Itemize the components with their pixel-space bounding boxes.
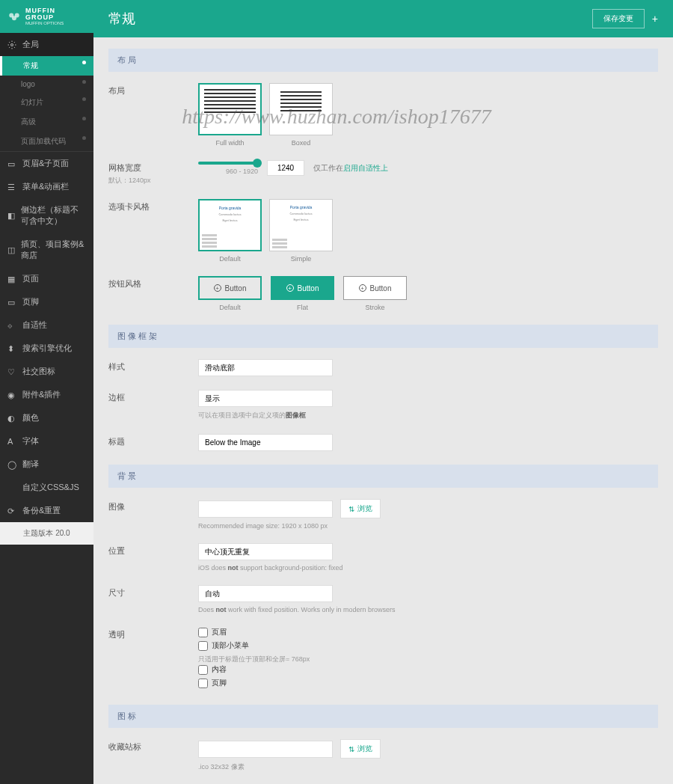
image-label: 图像: [108, 499, 198, 530]
nav-item-1[interactable]: ☰菜单&动画栏: [0, 175, 93, 198]
nav-item-7[interactable]: ⬍搜索引擎优化: [0, 337, 93, 360]
style-input[interactable]: [198, 359, 333, 376]
nav-item-8[interactable]: ♡社交图标: [0, 360, 93, 383]
transparent-topbar-checkbox[interactable]: [198, 641, 208, 651]
nav-icon: ▭: [7, 298, 16, 307]
size-input[interactable]: [198, 585, 333, 602]
nav-icon: ◐: [7, 414, 16, 423]
gear-icon: [7, 40, 16, 49]
brand-main: MUFFIN GROUP: [25, 7, 86, 21]
section-icons: 图 标: [108, 705, 658, 728]
grid-label: 网格宽度: [108, 162, 198, 174]
sidebar: MUFFIN GROUP MUFFIN OPTIONS 全局 常规 logo 幻…: [0, 0, 93, 784]
nav-global[interactable]: 全局: [0, 33, 93, 56]
button-flat-option[interactable]: +Button: [271, 276, 334, 300]
plus-icon: +: [286, 284, 294, 292]
favicon-label: 收藏站标: [108, 739, 198, 772]
nav-icon: ◫: [7, 245, 15, 254]
nav-sub-hooks[interactable]: 页面加载代码: [0, 132, 93, 151]
layout-fullwidth-option[interactable]: [198, 83, 262, 135]
nav-icon: ⟐: [7, 321, 16, 330]
layout-boxed-option[interactable]: [269, 83, 333, 135]
nav-sub-general[interactable]: 常规: [0, 56, 93, 76]
tabs-default-option[interactable]: Porta gravidaCommodo luctusEget lectus: [198, 199, 262, 251]
nav-icon: ◯: [7, 460, 16, 469]
title-label: 标题: [108, 434, 198, 451]
page-header: 常规 保存变更 +: [93, 0, 673, 37]
section-caption: 图 像 框 架: [108, 325, 658, 348]
transparent-label: 透明: [108, 627, 198, 691]
nav-item-9[interactable]: ◉附件&插件: [0, 383, 93, 406]
button-default-option[interactable]: +Button: [198, 276, 262, 300]
nav-item-10[interactable]: ◐颜色: [0, 406, 93, 429]
nav-icon: ☰: [7, 183, 16, 192]
nav-sub-advanced[interactable]: 高级: [0, 112, 93, 132]
image-browse-button[interactable]: ⇅浏览: [340, 499, 381, 518]
grid-range: 960 - 1920: [198, 168, 258, 175]
svg-point-2: [12, 16, 16, 20]
nav-icon: ▦: [7, 275, 16, 284]
nav-icon: ◧: [7, 211, 15, 220]
position-input[interactable]: [198, 543, 333, 560]
tabs-simple-option[interactable]: Porta gravidaCommodo luctusEget lectus: [269, 199, 333, 251]
brand-sub: MUFFIN OPTIONS: [25, 21, 86, 25]
nav-item-2[interactable]: ◧侧边栏（标题不可含中文）: [0, 198, 93, 233]
nav-icon: ◉: [7, 391, 16, 399]
nav-sub-logo[interactable]: logo: [0, 76, 93, 93]
nav-icon: ⬍: [7, 344, 16, 353]
nav-sub-slider[interactable]: 幻灯片: [0, 93, 93, 112]
grid-value-input[interactable]: [267, 160, 304, 176]
section-layout: 布 局: [108, 49, 658, 72]
plus-icon: +: [214, 284, 221, 292]
svg-point-3: [11, 43, 13, 46]
nav-item-5[interactable]: ▭页脚: [0, 290, 93, 313]
brand-logo: MUFFIN GROUP MUFFIN OPTIONS: [0, 0, 93, 33]
nav-item-0[interactable]: ▭页眉&子页面: [0, 152, 93, 175]
plus-icon: +: [359, 284, 366, 292]
nav-global-label: 全局: [22, 39, 39, 50]
nav-icon: ▭: [7, 159, 16, 168]
nav-item-13[interactable]: 自定义CSS&JS: [0, 476, 93, 499]
nav-icon: ⟳: [7, 506, 16, 515]
button-stroke-option[interactable]: +Button: [343, 276, 407, 300]
grid-slider[interactable]: [198, 162, 258, 165]
theme-version: 主题版本 20.0: [0, 522, 93, 545]
nav-icon: A: [7, 437, 16, 446]
buttons-label: 按钮风格: [108, 276, 198, 311]
page-title: 常规: [108, 10, 135, 28]
style-label: 样式: [108, 359, 198, 376]
nav-icon: [7, 483, 16, 492]
border-input[interactable]: [198, 390, 333, 407]
nav-item-11[interactable]: A字体: [0, 429, 93, 453]
position-label: 位置: [108, 543, 198, 572]
nav-icon: ♡: [7, 367, 16, 376]
image-input[interactable]: [198, 500, 333, 518]
nav-item-12[interactable]: ◯翻译: [0, 453, 93, 476]
nav-item-14[interactable]: ⟳备份&重置: [0, 499, 93, 522]
upload-icon: ⇅: [348, 505, 354, 513]
nav-item-6[interactable]: ⟐自适性: [0, 313, 93, 337]
grid-default: 默认：1240px: [108, 176, 198, 186]
favicon-input[interactable]: [198, 741, 333, 758]
favicon-browse-button[interactable]: ⇅浏览: [340, 739, 381, 759]
muffin-icon: [7, 10, 21, 23]
tabs-label: 选项卡风格: [108, 199, 198, 263]
transparent-header-checkbox[interactable]: [198, 628, 208, 637]
save-button-top[interactable]: 保存变更: [592, 9, 645, 28]
section-background: 背 景: [108, 465, 658, 488]
transparent-content-checkbox[interactable]: [198, 665, 208, 675]
responsive-link[interactable]: 启用自适性上: [343, 164, 388, 172]
collapse-button[interactable]: +: [652, 13, 658, 25]
upload-icon: ⇅: [348, 745, 354, 753]
nav-item-3[interactable]: ◫插页、项目案例&商店: [0, 233, 93, 267]
border-label: 边框: [108, 390, 198, 420]
title-input[interactable]: [198, 434, 333, 451]
size-label: 尺寸: [108, 585, 198, 613]
layout-label: 布局: [108, 83, 198, 147]
nav-item-4[interactable]: ▦页面: [0, 267, 93, 290]
dot-icon: [82, 61, 86, 64]
transparent-footer-checkbox[interactable]: [198, 679, 208, 688]
